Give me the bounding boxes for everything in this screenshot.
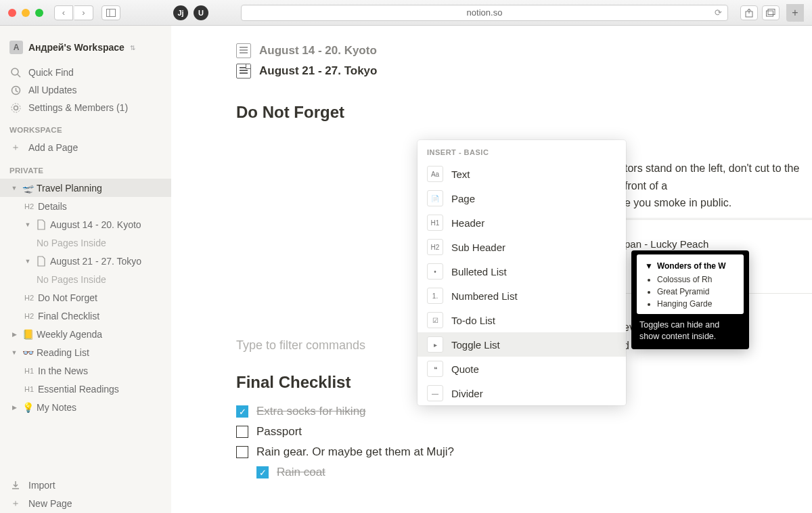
chevron-down-icon[interactable]: ▼ xyxy=(23,221,32,228)
h2-badge: H2 xyxy=(23,294,35,302)
chevron-down-icon[interactable]: ▼ xyxy=(9,349,19,356)
chevron-down-icon[interactable]: ▼ xyxy=(23,258,32,265)
insert-menu-item-header[interactable]: H1Header xyxy=(418,210,626,235)
insert-item-label: Bulleted List xyxy=(451,266,507,277)
block-type-icon: — xyxy=(427,385,443,401)
plus-icon: ＋ xyxy=(9,141,22,154)
tree-label: Weekly Agenda xyxy=(37,329,102,340)
extension-u-icon[interactable]: U xyxy=(194,5,208,20)
sidebar-item-travel-planning[interactable]: ▼ 🛫 Travel Planning xyxy=(0,179,171,197)
forward-button[interactable]: › xyxy=(74,5,93,20)
sidebar-item-reading[interactable]: ▼ 👓 Reading List xyxy=(0,343,171,361)
close-window-icon[interactable] xyxy=(8,9,16,17)
tree-label: My Notes xyxy=(37,402,76,413)
minimize-window-icon[interactable] xyxy=(22,9,30,17)
sidebar-item-notes[interactable]: ▶ 💡 My Notes xyxy=(0,398,171,416)
page-icon xyxy=(35,219,47,230)
checkbox[interactable] xyxy=(236,446,248,458)
h2-badge: H2 xyxy=(23,202,35,210)
sidebar-no-pages: No Pages Inside xyxy=(0,270,171,288)
import-button[interactable]: Import xyxy=(0,476,171,494)
insert-menu-item-quote[interactable]: ❝Quote xyxy=(418,357,626,381)
settings-button[interactable]: Settings & Members (1) xyxy=(0,99,171,116)
sidebar-item-news[interactable]: H1 In the News xyxy=(0,361,171,380)
sidebar-icon xyxy=(106,9,116,17)
tree-label: No Pages Inside xyxy=(37,238,106,248)
page-link-tokyo[interactable]: August 21 - 27. Tokyo xyxy=(236,61,764,81)
insert-menu-item-page[interactable]: 📄Page xyxy=(418,186,626,210)
insert-menu-item-text[interactable]: AaText xyxy=(418,162,626,186)
insert-menu-item-divider[interactable]: —Divider xyxy=(418,381,626,405)
checkbox[interactable]: ✓ xyxy=(236,405,248,418)
back-button[interactable]: ‹ xyxy=(54,5,73,20)
new-page-button[interactable]: ＋ New Page xyxy=(0,494,171,513)
tooltip-list-item: Colossus of Rh xyxy=(657,273,736,286)
insert-item-label: Quote xyxy=(451,363,479,375)
heading-do-not-forget: Do Not Forget xyxy=(236,103,764,122)
clock-icon xyxy=(9,85,22,95)
insert-menu-item-bulleted-list[interactable]: •Bulleted List xyxy=(418,259,626,284)
insert-block-menu[interactable]: INSERT - BASIC AaText📄PageH1HeaderH2Sub … xyxy=(418,140,626,405)
svg-rect-4 xyxy=(768,9,775,14)
quick-find-button[interactable]: Quick Find xyxy=(0,64,171,81)
checkbox[interactable]: ✓ xyxy=(256,466,269,478)
insert-menu-item-to-do-list[interactable]: ☑To-do List xyxy=(418,308,626,332)
chevron-right-icon[interactable]: ▶ xyxy=(9,404,19,411)
sidebar-item-kyoto[interactable]: ▼ August 14 - 20. Kyoto xyxy=(0,215,171,233)
browser-titlebar: ‹ › Jj U notion.so ⟳ + xyxy=(0,0,812,26)
page-content: August 14 - 20. Kyoto August 21 - 27. To… xyxy=(171,26,812,513)
checklist-item[interactable]: Rain gear. Or maybe get them at Muji? xyxy=(236,442,764,462)
chevron-right-icon[interactable]: ▶ xyxy=(9,331,19,338)
insert-menu-item-numbered-list[interactable]: 1.Numbered List xyxy=(418,284,626,308)
share-button[interactable] xyxy=(740,5,758,20)
svg-point-5 xyxy=(12,68,18,75)
sidebar-item-final[interactable]: H2 Final Checklist xyxy=(0,307,171,325)
block-type-icon: ☑ xyxy=(427,312,443,328)
glasses-emoji-icon: 👓 xyxy=(22,347,34,358)
new-tab-button[interactable]: + xyxy=(786,4,804,22)
gear-icon xyxy=(9,103,22,113)
chevron-down-icon[interactable]: ▼ xyxy=(9,185,19,192)
block-type-icon: 📄 xyxy=(427,190,443,206)
page-icon xyxy=(236,64,251,79)
page-icon xyxy=(236,43,251,58)
sidebar-item-tokyo[interactable]: ▼ August 21 - 27. Tokyo xyxy=(0,252,171,270)
sidebar-item-weekly[interactable]: ▶ 📒 Weekly Agenda xyxy=(0,325,171,343)
checkbox[interactable] xyxy=(236,426,248,438)
extension-jj-icon[interactable]: Jj xyxy=(173,5,188,20)
bulb-emoji-icon: 💡 xyxy=(22,402,34,413)
workspace-section-header: WORKSPACE xyxy=(0,116,171,138)
tooltip-list-item: Great Pyramid xyxy=(657,286,736,298)
workspace-switcher[interactable]: A Андрей's Workspace ⇅ xyxy=(0,38,171,64)
page-link-kyoto[interactable]: August 14 - 20. Kyoto xyxy=(236,41,764,61)
sidebar-item-details[interactable]: H2 Details xyxy=(0,197,171,215)
all-updates-button[interactable]: All Updates xyxy=(0,81,171,99)
final-checklist: ✓Extra socks for hikingPassportRain gear… xyxy=(236,401,764,483)
new-page-label: New Page xyxy=(28,498,72,509)
refresh-icon[interactable]: ⟳ xyxy=(715,7,722,18)
svg-rect-0 xyxy=(107,9,116,16)
insert-menu-item-toggle-list[interactable]: ▸Toggle List xyxy=(418,332,626,357)
sidebar-item-dnf[interactable]: H2 Do Not Forget xyxy=(0,288,171,307)
sidebar-item-essential[interactable]: H1 Essential Readings xyxy=(0,380,171,398)
all-updates-label: All Updates xyxy=(28,85,77,95)
tree-label: August 21 - 27. Tokyo xyxy=(50,256,141,267)
url-bar[interactable]: notion.so ⟳ xyxy=(241,5,728,21)
maximize-window-icon[interactable] xyxy=(35,9,43,17)
tooltip-preview-title: Wonders of the W xyxy=(657,261,726,271)
block-type-icon: H2 xyxy=(427,239,443,255)
insert-item-label: Divider xyxy=(451,388,483,399)
search-icon xyxy=(9,68,22,78)
h1-badge: H1 xyxy=(23,385,35,393)
insert-menu-item-sub-header[interactable]: H2Sub Header xyxy=(418,235,626,259)
add-page-button[interactable]: ＋ Add a Page xyxy=(0,138,171,157)
block-type-icon: ▸ xyxy=(427,336,443,353)
sidebar-toggle-button[interactable] xyxy=(102,5,120,20)
block-type-icon: Aa xyxy=(427,166,443,182)
private-section-header: PRIVATE xyxy=(0,157,171,179)
checklist-item[interactable]: ✓Rain coat xyxy=(256,462,764,483)
h2-badge: H2 xyxy=(23,312,35,320)
tabs-button[interactable] xyxy=(762,5,780,20)
chevron-down-icon: ▼ xyxy=(645,261,653,271)
checklist-item[interactable]: Passport xyxy=(236,422,764,442)
